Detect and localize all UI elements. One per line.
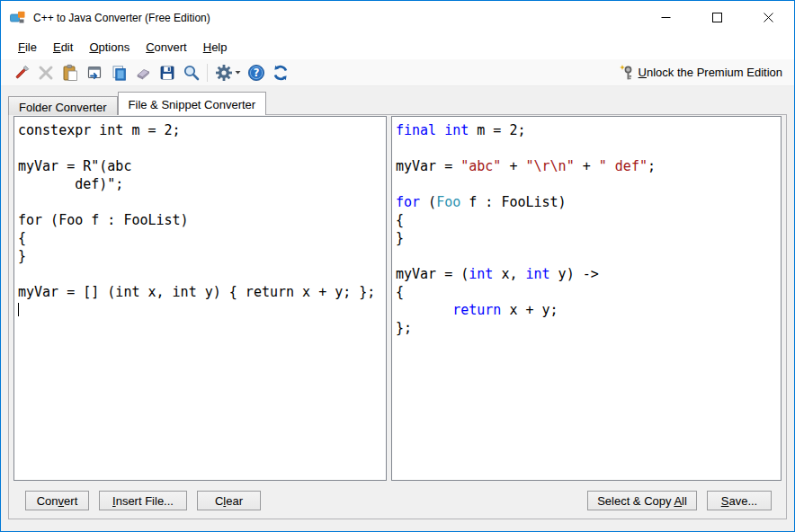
eraser-icon (134, 64, 152, 82)
code-line: myVar = R"(abc (18, 157, 382, 175)
app-icon (10, 11, 25, 24)
unlock-premium-label: Unlock the Premium Edition (639, 66, 782, 79)
app-logo-icon (10, 11, 25, 24)
clear-toolbar-button[interactable] (130, 61, 155, 84)
menu-options[interactable]: Options (81, 36, 138, 58)
convert-toolbar-button[interactable] (9, 61, 33, 84)
minimize-button[interactable] (640, 1, 692, 34)
button-row: Convert Insert File... Clear Select & Co… (25, 491, 772, 510)
select-copy-all-button[interactable]: Select & Copy All (587, 491, 697, 510)
maximize-button[interactable] (692, 1, 743, 34)
gear-icon (215, 64, 233, 82)
dropdown-arrow-icon (235, 70, 241, 75)
code-line: }; (396, 319, 777, 337)
copy-windows-icon (110, 64, 128, 82)
code-line: for (Foo f : FooList) (18, 211, 382, 229)
code-line: for (Foo f : FooList) (396, 193, 777, 211)
menu-file[interactable]: File (10, 36, 45, 58)
delete-x-icon (38, 65, 54, 81)
code-line (18, 139, 382, 157)
code-line (396, 175, 777, 193)
code-line: { (396, 211, 777, 229)
code-line (18, 265, 382, 283)
insert-file-button[interactable]: Insert File... (99, 491, 187, 510)
toolbar: ? Unlock the Premium Edition (1, 59, 794, 86)
premium-key-icon (618, 64, 634, 81)
tab-folder-converter[interactable]: Folder Converter (8, 96, 118, 115)
code-line: constexpr int m = 2; (18, 121, 382, 139)
minimize-icon (661, 13, 671, 22)
close-button[interactable] (743, 1, 794, 34)
menu-help[interactable]: Help (195, 36, 236, 58)
clear-button[interactable]: Clear (197, 491, 261, 510)
magnifier-icon (183, 64, 201, 82)
code-line: { (18, 229, 382, 247)
code-line: } (396, 229, 777, 247)
save-button[interactable]: Save... (707, 491, 772, 510)
menu-convert[interactable]: Convert (138, 36, 195, 58)
insert-file-toolbar-button[interactable] (82, 61, 106, 84)
save-floppy-icon (158, 64, 176, 82)
code-line: final int m = 2; (396, 121, 777, 139)
refresh-icon (272, 64, 290, 82)
menu-edit[interactable]: Edit (45, 36, 81, 58)
tab-strip: Folder Converter File & Snippet Converte… (8, 92, 266, 115)
refresh-toolbar-button[interactable] (268, 61, 292, 84)
code-line: myVar = "abc" + "\r\n" + " def"; (396, 157, 777, 175)
insert-window-icon (85, 64, 103, 82)
menu-bar: File Edit Options Convert Help (1, 34, 794, 59)
svg-text:?: ? (253, 66, 259, 79)
code-line: } (18, 247, 382, 265)
java-output-textbox[interactable]: final int m = 2;myVar = "abc" + "\r\n" +… (391, 116, 782, 481)
tab-page-panel: constexpr int m = 2;myVar = R"(abc def)"… (8, 114, 787, 519)
code-line: def)"; (18, 175, 382, 193)
close-icon (764, 13, 773, 22)
toolbar-separator (207, 64, 208, 82)
code-line: myVar = (int x, int y) -> (396, 265, 777, 283)
copy-output-toolbar-button[interactable] (106, 61, 130, 84)
wrench-icon (13, 64, 31, 82)
delete-toolbar-button[interactable] (33, 61, 58, 84)
code-line (396, 247, 777, 265)
unlock-premium-link[interactable]: Unlock the Premium Edition (618, 64, 786, 81)
cpp-source-textbox[interactable]: constexpr int m = 2;myVar = R"(abc def)"… (13, 116, 387, 481)
help-icon: ? (247, 64, 265, 82)
code-line (18, 193, 382, 211)
code-line: myVar = [] (int x, int y) { return x + y… (18, 283, 382, 301)
code-line (396, 139, 777, 157)
save-toolbar-button[interactable] (155, 61, 179, 84)
tab-file-snippet-converter[interactable]: File & Snippet Converter (118, 92, 267, 115)
zoom-toolbar-button[interactable] (179, 61, 203, 84)
text-caret (18, 303, 19, 316)
window-title: C++ to Java Converter (Free Edition) (33, 12, 210, 24)
help-toolbar-button[interactable]: ? (244, 61, 268, 84)
options-toolbar-button[interactable] (211, 61, 244, 84)
window-controls (640, 1, 794, 34)
code-line: { (396, 283, 777, 301)
main-area: Folder Converter File & Snippet Converte… (1, 86, 794, 531)
app-window: C++ to Java Converter (Free Edition) Fil… (0, 0, 795, 532)
paste-toolbar-button[interactable] (58, 61, 82, 84)
maximize-icon (712, 13, 722, 22)
title-bar: C++ to Java Converter (Free Edition) (1, 1, 794, 34)
convert-button[interactable]: Convert (25, 491, 89, 510)
code-line (18, 301, 382, 319)
code-line: return x + y; (396, 301, 777, 319)
paste-clipboard-icon (61, 64, 79, 82)
